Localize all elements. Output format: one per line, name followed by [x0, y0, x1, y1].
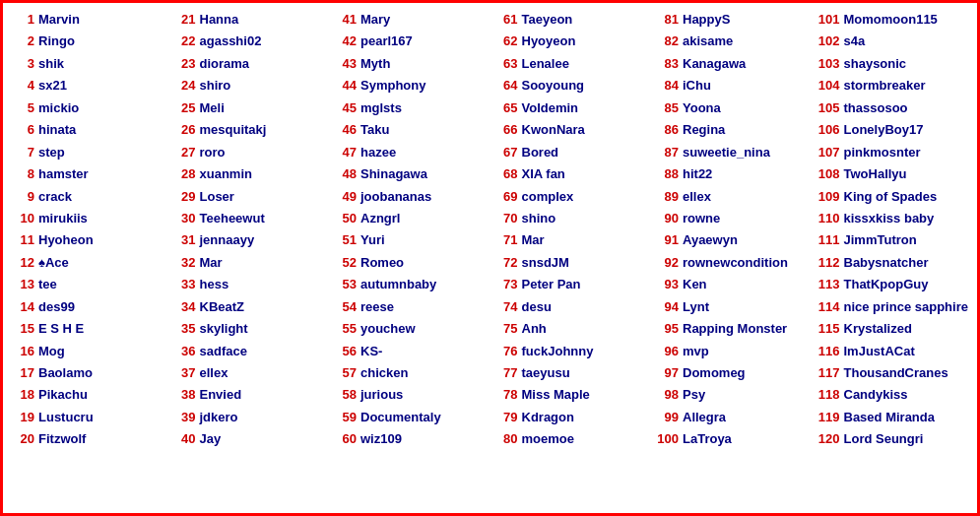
player-name: agasshi02	[200, 31, 262, 51]
rank-number: 5	[7, 97, 34, 118]
rank-number: 54	[329, 296, 357, 317]
player-name: ThatKpopGuy	[844, 274, 929, 294]
list-item: 34KBeatZ	[168, 296, 330, 317]
list-item: 52Romeo	[329, 252, 490, 273]
list-item: 54reese	[329, 296, 490, 317]
player-name: shik	[38, 53, 64, 74]
list-item: 77taeyusu	[490, 362, 652, 383]
player-name: LaTroya	[683, 428, 732, 449]
list-item: 114nice prince sapphire	[813, 296, 974, 317]
rank-number: 107	[813, 142, 840, 162]
rank-number: 23	[168, 53, 196, 74]
rank-number: 109	[813, 186, 840, 207]
player-name: Hyoyeon	[522, 31, 576, 51]
rank-number: 104	[813, 75, 840, 96]
rank-number: 30	[168, 208, 196, 228]
player-name: wiz109	[360, 428, 402, 449]
rank-number: 119	[813, 407, 840, 427]
rank-number: 73	[490, 274, 518, 294]
rank-number: 25	[168, 97, 196, 118]
player-name: Shinagawa	[360, 163, 427, 184]
rank-number: 85	[651, 97, 679, 118]
rank-number: 89	[651, 186, 679, 207]
list-item: 91Ayaewyn	[651, 229, 813, 250]
player-name: Envied	[200, 384, 242, 405]
player-name: Kdragon	[522, 407, 574, 427]
player-name: LonelyBoy17	[844, 119, 924, 140]
list-item: 93Ken	[651, 274, 813, 294]
player-name: Voldemin	[522, 97, 579, 118]
list-item: 1Marvin	[7, 9, 168, 30]
list-item: 109King of Spades	[813, 186, 974, 207]
rank-number: 103	[813, 53, 840, 74]
player-name: Mar	[200, 252, 223, 273]
player-name: Domomeg	[683, 362, 746, 383]
list-item: 115Krystalized	[813, 318, 974, 339]
list-item: 20Fitzwolf	[7, 428, 168, 449]
list-item: 107pinkmosnter	[813, 142, 974, 162]
player-name: Taeyeon	[522, 9, 573, 30]
player-name: shiro	[200, 75, 231, 96]
list-item: 62Hyoyeon	[490, 31, 652, 51]
list-item: 61Taeyeon	[490, 9, 652, 30]
list-item: 3shik	[7, 53, 168, 74]
player-name: mirukiis	[38, 208, 88, 228]
list-item: 47hazee	[329, 142, 490, 162]
rank-number: 32	[168, 252, 196, 273]
list-item: 43Myth	[329, 53, 490, 74]
rank-number: 114	[813, 296, 840, 317]
rank-number: 14	[7, 296, 34, 317]
player-name: tee	[38, 274, 57, 294]
list-item: 105thassosoo	[813, 97, 974, 118]
list-item: 35skylight	[168, 318, 330, 339]
player-name: reese	[360, 296, 394, 317]
rank-number: 79	[490, 407, 518, 427]
player-name: hess	[200, 274, 229, 294]
rank-number: 37	[168, 362, 196, 383]
list-item: 27roro	[168, 142, 330, 162]
rank-number: 57	[329, 362, 357, 383]
player-name: mickio	[38, 97, 79, 118]
rank-number: 42	[329, 31, 357, 51]
list-item: 30Teeheewut	[168, 208, 330, 228]
rank-number: 82	[651, 31, 679, 51]
rank-number: 31	[168, 229, 196, 250]
player-name: akisame	[683, 31, 733, 51]
rank-number: 66	[490, 119, 518, 140]
list-item: 81HappyS	[651, 9, 813, 30]
rank-number: 4	[7, 75, 34, 96]
list-item: 78Miss Maple	[490, 384, 652, 405]
player-name: jurious	[360, 384, 403, 405]
rank-number: 53	[329, 274, 357, 294]
rank-number: 38	[168, 384, 196, 405]
list-item: 104stormbreaker	[813, 75, 974, 96]
player-name: shaysonic	[844, 53, 907, 74]
list-item: 110kissxkiss baby	[813, 208, 974, 228]
list-item: 11Hyoheon	[7, 229, 168, 250]
list-item: 90rowne	[651, 208, 813, 228]
player-name: chicken	[360, 362, 408, 383]
list-item: 41Mary	[329, 9, 490, 30]
player-name: Yoona	[683, 97, 721, 118]
rank-number: 111	[813, 229, 840, 250]
rank-number: 90	[651, 208, 679, 228]
rank-number: 3	[7, 53, 34, 74]
player-name: jennaayy	[200, 229, 255, 250]
column-1: 1Marvin2Ringo3shik4sx215mickio6hinata7st…	[7, 9, 168, 507]
rank-number: 22	[168, 31, 196, 51]
list-item: 28xuanmin	[168, 163, 330, 184]
list-item: 64Sooyoung	[490, 75, 652, 96]
rank-number: 117	[813, 362, 840, 383]
list-item: 6hinata	[7, 119, 168, 140]
list-item: 50Azngrl	[329, 208, 490, 228]
list-item: 24shiro	[168, 75, 330, 96]
rank-number: 55	[329, 318, 357, 339]
player-name: ImJustACat	[844, 341, 915, 361]
rank-number: 43	[329, 53, 357, 74]
list-item: 71Mar	[490, 229, 652, 250]
rank-number: 11	[7, 229, 34, 250]
rank-number: 58	[329, 384, 357, 405]
player-name: Based Miranda	[844, 407, 935, 427]
list-item: 4sx21	[7, 75, 168, 96]
list-item: 120Lord Seungri	[813, 428, 974, 449]
